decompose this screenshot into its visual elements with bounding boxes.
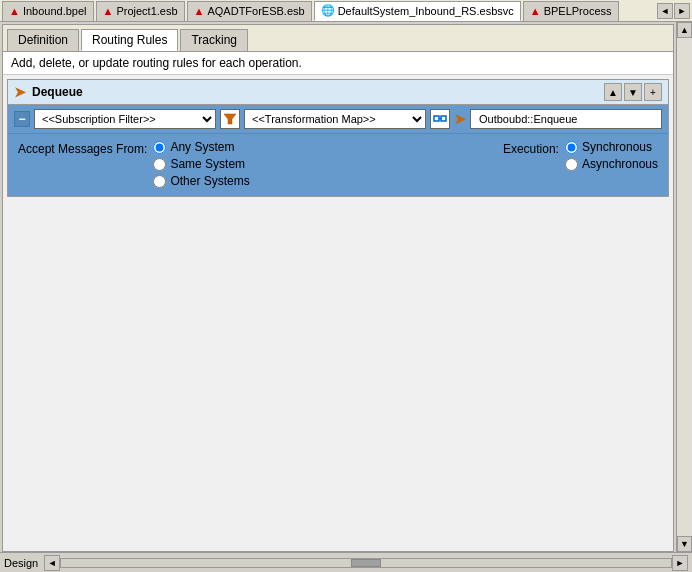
tab-nav-left[interactable]: ◄ (657, 3, 673, 19)
destination-label: Outboubd::Enqueue (470, 109, 662, 129)
tab-inbound-bpel[interactable]: ▲ Inbound.bpel (2, 1, 94, 21)
content-panel: ➤ Dequeue ▲ ▼ + − <<Subscription Filter>… (3, 75, 673, 317)
tab-bpelprocess-label: BPELProcess (544, 5, 612, 17)
synchronous-option[interactable]: Synchronous (565, 140, 658, 154)
description-text: Add, delete, or update routing rules for… (3, 52, 673, 75)
synchronous-radio[interactable] (565, 141, 578, 154)
subscription-filter-dropdown[interactable]: <<Subscription Filter>> (34, 109, 216, 129)
sub-tab-tracking[interactable]: Tracking (180, 29, 248, 51)
right-scrollbar: ▲ ▼ (676, 22, 692, 552)
status-scroll-thumb (351, 559, 381, 567)
section-actions: ▲ ▼ + (604, 83, 662, 101)
any-system-radio[interactable] (153, 141, 166, 154)
any-system-option[interactable]: Any System (153, 140, 249, 154)
accept-messages-label: Accept Messages From: (18, 140, 147, 156)
arrow-icon: ➤ (14, 84, 26, 100)
other-systems-option[interactable]: Other Systems (153, 174, 249, 188)
remove-rule-button[interactable]: − (14, 111, 30, 127)
tab-inbound-bpel-label: Inbound.bpel (23, 5, 87, 17)
same-system-option[interactable]: Same System (153, 157, 249, 171)
move-down-button[interactable]: ▼ (624, 83, 642, 101)
title-tabs-bar: ▲ Inbound.bpel ▲ Project1.esb ▲ AQADTFor… (0, 0, 692, 22)
execution-group: Execution: Synchronous Asynchronous (503, 140, 658, 188)
rule-row: − <<Subscription Filter>> <<Transformati… (8, 105, 668, 134)
status-scroll-right[interactable]: ► (672, 555, 688, 571)
esb-icon-2: ▲ (194, 5, 205, 17)
move-up-button[interactable]: ▲ (604, 83, 622, 101)
add-rule-button[interactable]: + (644, 83, 662, 101)
execution-options: Synchronous Asynchronous (565, 140, 658, 171)
scroll-up-button[interactable]: ▲ (677, 22, 692, 38)
design-label: Design (4, 557, 38, 569)
tab-bpelprocess[interactable]: ▲ BPELProcess (523, 1, 619, 21)
filter-icon[interactable] (220, 109, 240, 129)
tab-aqadt-esb-label: AQADTForESB.esb (207, 5, 304, 17)
asynchronous-option[interactable]: Asynchronous (565, 157, 658, 171)
accept-messages-group: Accept Messages From: Any System Same Sy… (18, 140, 250, 188)
main-area: Definition Routing Rules Tracking Add, d… (2, 24, 674, 552)
svg-marker-0 (224, 114, 236, 124)
sub-tab-definition[interactable]: Definition (7, 29, 79, 51)
section-title: Dequeue (32, 85, 598, 99)
accept-options: Any System Same System Other Systems (153, 140, 249, 188)
transformation-map-dropdown[interactable]: <<Transformation Map>> (244, 109, 426, 129)
tab-defaultsystem[interactable]: 🌐 DefaultSystem_Inbound_RS.esbsvc (314, 1, 521, 21)
same-system-radio[interactable] (153, 158, 166, 171)
transform-icon[interactable] (430, 109, 450, 129)
route-arrow-icon: ➤ (454, 111, 466, 127)
svg-rect-1 (434, 116, 439, 121)
globe-icon: 🌐 (321, 4, 335, 17)
scrollbar-track (677, 38, 692, 536)
execution-label: Execution: (503, 140, 559, 156)
sub-tab-routing-rules[interactable]: Routing Rules (81, 29, 178, 51)
tab-defaultsystem-label: DefaultSystem_Inbound_RS.esbsvc (338, 5, 514, 17)
bpel-icon-2: ▲ (530, 5, 541, 17)
tab-navigation: ◄ ► (657, 3, 690, 19)
other-systems-radio[interactable] (153, 175, 166, 188)
sub-tabs-bar: Definition Routing Rules Tracking (3, 25, 673, 52)
bottom-empty-area (3, 317, 673, 551)
bpel-icon: ▲ (9, 5, 20, 17)
section-header: ➤ Dequeue ▲ ▼ + (8, 80, 668, 105)
tab-aqadt-esb[interactable]: ▲ AQADTForESB.esb (187, 1, 312, 21)
dequeue-section: ➤ Dequeue ▲ ▼ + − <<Subscription Filter>… (7, 79, 669, 197)
status-scrollbar[interactable] (60, 558, 672, 568)
status-bar: Design ◄ ► (0, 552, 692, 572)
tab-project1-esb[interactable]: ▲ Project1.esb (96, 1, 185, 21)
tab-nav-right[interactable]: ► (674, 3, 690, 19)
esb-icon-1: ▲ (103, 5, 114, 17)
scroll-down-button[interactable]: ▼ (677, 536, 692, 552)
status-scroll-left[interactable]: ◄ (44, 555, 60, 571)
tab-project1-esb-label: Project1.esb (116, 5, 177, 17)
asynchronous-radio[interactable] (565, 158, 578, 171)
options-row: Accept Messages From: Any System Same Sy… (8, 134, 668, 196)
